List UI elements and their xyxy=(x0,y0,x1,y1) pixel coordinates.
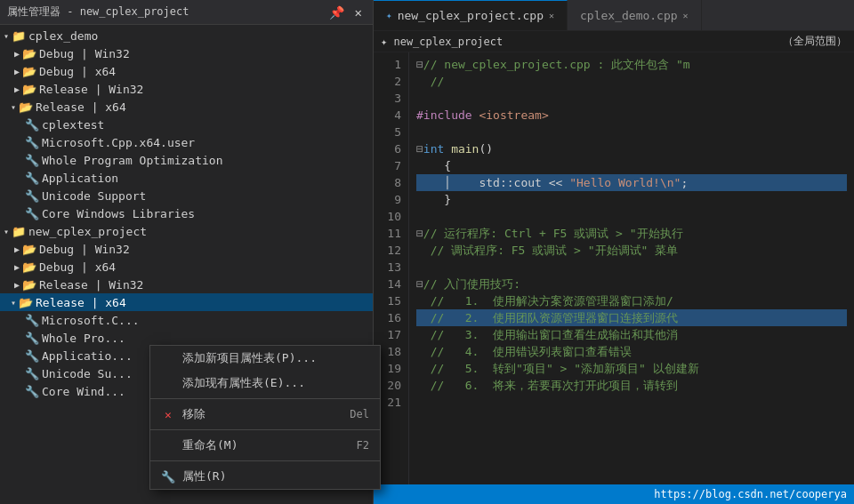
expand-icon: ▶ xyxy=(14,84,20,94)
context-menu-remove[interactable]: ✕ 移除 Del xyxy=(150,402,380,427)
tree-label: Debug | x64 xyxy=(39,65,373,78)
code-line-3 xyxy=(416,90,847,107)
pin-icon[interactable]: 📌 xyxy=(326,4,348,21)
tree-item-release-x64-2[interactable]: ▾ 📂 Release | x64 xyxy=(0,293,373,311)
tree-label: Whole Pro... xyxy=(42,332,373,345)
code-line-5 xyxy=(416,124,847,140)
tree-label: Unicode Support xyxy=(42,189,373,203)
tree-label: Whole Program Optimization xyxy=(42,154,373,167)
tab-icon-new: ✦ xyxy=(386,10,392,21)
context-menu-add-new[interactable]: 添加新项目属性表(P)... xyxy=(150,346,380,371)
breadcrumb-bar: ✦ new_cplex_project （全局范围） xyxy=(374,31,854,52)
line-num-11: 11 xyxy=(377,225,401,242)
line-num-5: 5 xyxy=(377,124,401,140)
project-icon: 📁 xyxy=(12,29,26,43)
folder-icon: 📂 xyxy=(22,278,36,292)
tree-item-debug-win32-1[interactable]: ▶ 📂 Debug | Win32 xyxy=(0,44,373,62)
tree-label: Application xyxy=(42,172,373,185)
context-menu-add-existing[interactable]: 添加现有属性表(E)... xyxy=(150,371,380,396)
code-line-1: ⊟// new_cplex_project.cpp : 此文件包含 "m xyxy=(416,56,847,73)
status-bar: https://blog.csdn.net/cooperya xyxy=(374,484,854,504)
tab-new-cplex[interactable]: ✦ new_cplex_project.cpp ✕ xyxy=(374,0,568,30)
tree-item-debug-win32-2[interactable]: ▶ 📂 Debug | Win32 xyxy=(0,240,373,258)
expand-icon: ▾ xyxy=(4,227,9,236)
panel-title-bar: 属性管理器 - new_cplex_project 📌 ✕ xyxy=(0,0,373,25)
tree-item-microsoft-cpp-x64[interactable]: 🔧 Microsoft.Cpp.x64.user xyxy=(0,133,373,151)
tree-item-debug-x64-1[interactable]: ▶ 📂 Debug | x64 xyxy=(0,62,373,80)
line-num-9: 9 xyxy=(377,191,401,208)
code-line-2: // xyxy=(416,73,847,90)
rename-label: 重命名(M) xyxy=(182,437,238,453)
tree-label: Debug | Win32 xyxy=(39,243,373,256)
folder-icon: 📂 xyxy=(22,47,36,60)
tree-label: Release | x64 xyxy=(36,100,373,114)
code-line-10 xyxy=(416,208,847,225)
tab-close-new[interactable]: ✕ xyxy=(549,11,554,20)
tree-item-microsoft-cpp-2[interactable]: 🔧 Microsoft.C... xyxy=(0,311,373,329)
code-line-8: │ std::cout << "Hello World!\n"; xyxy=(416,174,847,191)
tree-item-application[interactable]: 🔧 Application xyxy=(0,169,373,187)
add-existing-label: 添加现有属性表(E)... xyxy=(182,375,305,391)
context-menu-rename[interactable]: 重命名(M) F2 xyxy=(150,433,380,458)
line-num-10: 10 xyxy=(377,208,401,225)
code-line-4: #include <iostream> xyxy=(416,107,847,124)
code-line-15: // 1. 使用解决方案资源管理器窗口添加/ xyxy=(416,292,847,309)
expand-icon: ▶ xyxy=(14,67,20,76)
context-menu: 添加新项目属性表(P)... 添加现有属性表(E)... ✕ 移除 Del 重命… xyxy=(149,345,381,490)
line-num-1: 1 xyxy=(377,56,401,73)
tree-item-release-win32-2[interactable]: ▶ 📂 Release | Win32 xyxy=(0,276,373,293)
tree-item-cplextest[interactable]: 🔧 cplextest xyxy=(0,116,373,133)
code-area: 1 2 3 4 5 6 7 8 9 10 11 12 13 14 15 16 1… xyxy=(374,52,854,504)
breadcrumb: ✦ new_cplex_project xyxy=(381,36,503,48)
remove-icon: ✕ xyxy=(161,408,175,421)
tree-label: Release | Win32 xyxy=(39,83,373,96)
panel-title-text: 属性管理器 - new_cplex_project xyxy=(7,4,189,20)
context-menu-properties[interactable]: 🔧 属性(R) xyxy=(150,464,380,489)
folder-icon: 📂 xyxy=(22,260,36,274)
tree-item-unicode-support[interactable]: 🔧 Unicode Support xyxy=(0,187,373,204)
line-num-8: 8 xyxy=(377,174,401,191)
tree-item-whole-prog-2[interactable]: 🔧 Whole Pro... xyxy=(0,329,373,347)
wrench-icon: 🔧 xyxy=(25,207,39,220)
folder-icon: 📂 xyxy=(22,243,36,256)
close-icon[interactable]: ✕ xyxy=(351,4,366,21)
tab-close-demo[interactable]: ✕ xyxy=(683,11,689,20)
context-menu-sep3 xyxy=(150,460,380,461)
code-line-19: // 5. 转到"项目" > "添加新项目" 以创建新 xyxy=(416,360,847,377)
rename-shortcut: F2 xyxy=(357,439,369,452)
tree-item-debug-x64-2[interactable]: ▶ 📂 Debug | x64 xyxy=(0,258,373,276)
line-num-19: 19 xyxy=(377,360,401,377)
wrench-icon: 🔧 xyxy=(25,189,39,203)
code-line-12: // 调试程序: F5 或调试 > "开始调试" 菜单 xyxy=(416,242,847,259)
tree-item-release-win32-1[interactable]: ▶ 📂 Release | Win32 xyxy=(0,80,373,98)
wrench-icon: 🔧 xyxy=(25,367,39,380)
tree-item-core-windows-libs[interactable]: 🔧 Core Windows Libraries xyxy=(0,204,373,222)
tree-label: cplex_demo xyxy=(28,29,373,43)
tree-label: Core Windows Libraries xyxy=(42,207,373,220)
wrench-icon: 🔧 xyxy=(25,332,39,345)
context-menu-sep1 xyxy=(150,398,380,399)
tree-item-release-x64-1[interactable]: ▾ 📂 Release | x64 xyxy=(0,98,373,116)
expand-icon: ▶ xyxy=(14,280,20,290)
line-num-16: 16 xyxy=(377,309,401,326)
code-line-6: ⊟int main() xyxy=(416,140,847,157)
add-new-label: 添加新项目属性表(P)... xyxy=(182,350,317,366)
expand-icon: ▶ xyxy=(14,49,20,59)
wrench-icon: 🔧 xyxy=(25,314,39,327)
line-num-14: 14 xyxy=(377,276,401,292)
tab-cplex-demo[interactable]: cplex_demo.cpp ✕ xyxy=(568,0,702,30)
tab-label-new: new_cplex_project.cpp xyxy=(398,9,544,22)
tree-item-cplex-demo[interactable]: ▾ 📁 cplex_demo xyxy=(0,27,373,44)
breadcrumb-right: （全局范围） xyxy=(783,34,847,49)
expand-icon: ▾ xyxy=(4,31,9,41)
tab-label-demo: cplex_demo.cpp xyxy=(580,9,678,22)
code-line-21 xyxy=(416,394,847,411)
wrench-icon: 🔧 xyxy=(25,172,39,185)
wrench-icon: 🔧 xyxy=(25,118,39,132)
expand-icon: ▾ xyxy=(11,298,16,308)
tree-item-whole-program-opt[interactable]: 🔧 Whole Program Optimization xyxy=(0,151,373,169)
wrench-icon: 🔧 xyxy=(25,136,39,149)
code-line-13 xyxy=(416,259,847,276)
tree-label: Debug | x64 xyxy=(39,260,373,274)
tree-item-new-cplex-project[interactable]: ▾ 📁 new_cplex_project xyxy=(0,222,373,240)
